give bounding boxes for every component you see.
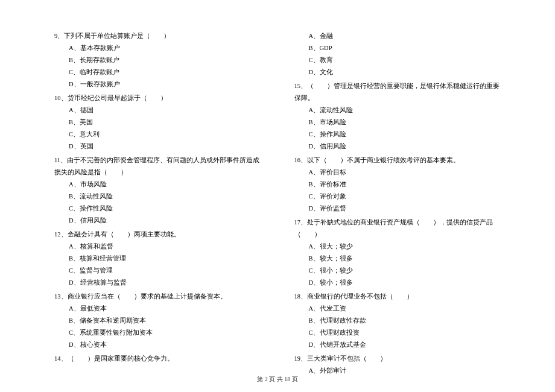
q12-option-d: D、经营核算与监督 [54, 277, 261, 289]
q10-option-a: A、德国 [54, 104, 261, 116]
question-14: 14、（ ）是国家重要的核心竞争力。 [54, 353, 261, 365]
q11-stem: 11、由于不完善的内部资金管理程序、有问题的人员或外部事件所造成损失的风险是指（… [54, 154, 261, 179]
q10-option-d: D、英国 [54, 141, 261, 153]
q9-option-a: A、基本存款账户 [54, 42, 261, 54]
q11-option-d: D、信用风险 [54, 215, 261, 227]
q9-option-b: B、长期存款账户 [54, 54, 261, 66]
q15-option-b: B、市场风险 [294, 116, 501, 128]
q18-option-b: B、代理财政性存款 [294, 315, 501, 327]
left-column: 9、下列不属于单位结算账户是（ ） A、基本存款账户 B、长期存款账户 C、临时… [54, 30, 261, 379]
q12-option-c: C、监督与管理 [54, 265, 261, 277]
q16-option-a: A、评价目标 [294, 166, 501, 179]
q13-option-b: B、储备资本和逆周期资本 [54, 315, 261, 327]
q11-option-b: B、流动性风险 [54, 191, 261, 203]
q15-option-d: D、信用风险 [294, 141, 501, 153]
q15-option-c: C、操作风险 [294, 128, 501, 141]
q11-option-a: A、市场风险 [54, 179, 261, 191]
q14-stem: 14、（ ）是国家重要的核心竞争力。 [54, 353, 261, 365]
q18-stem: 18、商业银行的代理业务不包括（ ） [294, 291, 501, 303]
right-column: A、金融 B、GDP C、教育 D、文化 15、（ ）管理是银行经营的重要职能，… [294, 30, 501, 379]
q10-option-b: B、美国 [54, 116, 261, 128]
q14-option-c: C、教育 [294, 54, 501, 66]
q13-option-a: A、最低资本 [54, 303, 261, 315]
page-footer: 第 2 页 共 18 页 [0, 375, 555, 384]
q14-option-b: B、GDP [294, 42, 501, 54]
q12-option-a: A、核算和监督 [54, 241, 261, 253]
q18-option-c: C、代理财政投资 [294, 327, 501, 339]
q9-stem: 9、下列不属于单位结算账户是（ ） [54, 30, 261, 42]
q9-option-c: C、临时存款账户 [54, 66, 261, 78]
q12-option-b: B、核算和经营管理 [54, 253, 261, 265]
question-10: 10、货币经纪公司最早起源于（ ） A、德国 B、美国 C、意大利 D、英国 [54, 92, 261, 153]
q19-stem: 19、三大类审计不包括（ ） [294, 353, 501, 365]
question-16: 16、以下（ ）不属于商业银行绩效考评的基本要素。 A、评价目标 B、评价标准 … [294, 154, 501, 215]
question-12: 12、金融会计具有（ ）两项主要功能。 A、核算和监督 B、核算和经营管理 C、… [54, 229, 261, 289]
q15-option-a: A、流动性风险 [294, 104, 501, 116]
q17-option-b: B、较大；很多 [294, 253, 501, 265]
question-17: 17、处于补缺式地位的商业银行资产规模（ ），提供的信贷产品（ ） A、很大；较… [294, 217, 501, 289]
q13-option-d: D、核心资本 [54, 339, 261, 351]
q14-option-d: D、文化 [294, 66, 501, 78]
q16-option-b: B、评价标准 [294, 179, 501, 191]
q17-option-d: D、较小；很多 [294, 277, 501, 289]
q14-option-a: A、金融 [294, 30, 501, 42]
q13-stem: 13、商业银行应当在（ ）要求的基础上计提储备资本。 [54, 291, 261, 303]
q9-option-d: D、一般存款账户 [54, 78, 261, 90]
question-9: 9、下列不属于单位结算账户是（ ） A、基本存款账户 B、长期存款账户 C、临时… [54, 30, 261, 90]
page-columns: 9、下列不属于单位结算账户是（ ） A、基本存款账户 B、长期存款账户 C、临时… [54, 30, 501, 379]
question-14-options: A、金融 B、GDP C、教育 D、文化 [294, 30, 501, 78]
question-18: 18、商业银行的代理业务不包括（ ） A、代发工资 B、代理财政性存款 C、代理… [294, 291, 501, 351]
q18-option-d: D、代销开放式基金 [294, 339, 501, 351]
question-13: 13、商业银行应当在（ ）要求的基础上计提储备资本。 A、最低资本 B、储备资本… [54, 291, 261, 351]
q17-option-c: C、很小；较少 [294, 265, 501, 277]
question-19: 19、三大类审计不包括（ ） A、外部审计 [294, 353, 501, 377]
q16-stem: 16、以下（ ）不属于商业银行绩效考评的基本要素。 [294, 154, 501, 166]
q10-option-c: C、意大利 [54, 128, 261, 141]
q17-stem: 17、处于补缺式地位的商业银行资产规模（ ），提供的信贷产品（ ） [294, 217, 501, 241]
q17-option-a: A、很大；较少 [294, 241, 501, 253]
q15-stem: 15、（ ）管理是银行经营的重要职能，是银行体系稳健运行的重要保障。 [294, 80, 501, 104]
q16-option-d: D、评价监督 [294, 203, 501, 215]
q16-option-c: C、评价对象 [294, 191, 501, 203]
q13-option-c: C、系统重要性银行附加资本 [54, 327, 261, 339]
question-11: 11、由于不完善的内部资金管理程序、有问题的人员或外部事件所造成损失的风险是指（… [54, 154, 261, 227]
question-15: 15、（ ）管理是银行经营的重要职能，是银行体系稳健运行的重要保障。 A、流动性… [294, 80, 501, 153]
q18-option-a: A、代发工资 [294, 303, 501, 315]
q12-stem: 12、金融会计具有（ ）两项主要功能。 [54, 229, 261, 241]
q10-stem: 10、货币经纪公司最早起源于（ ） [54, 92, 261, 104]
q11-option-c: C、操作性风险 [54, 203, 261, 215]
